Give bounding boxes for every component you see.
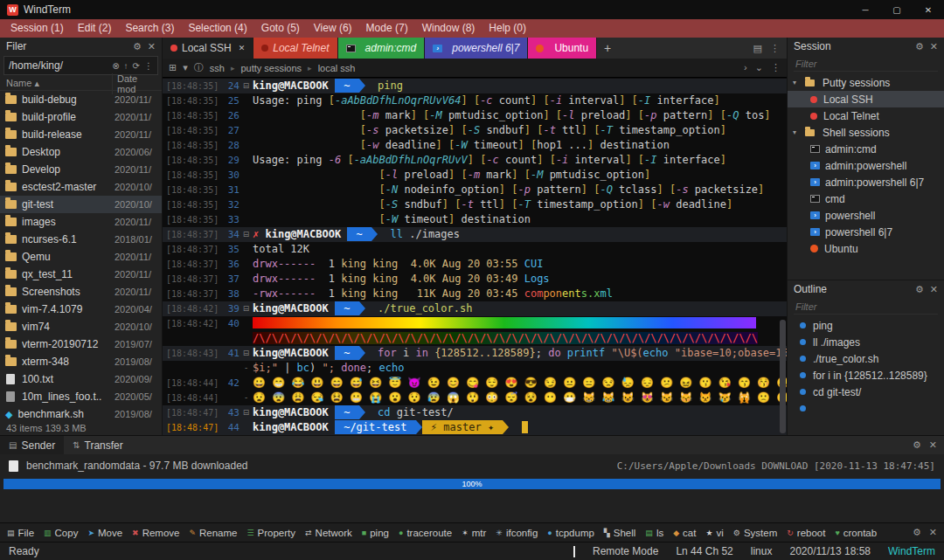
gear-icon[interactable]: ⚙ [915, 284, 924, 295]
close-button[interactable]: ✕ [913, 0, 944, 19]
menu-search-3[interactable]: Search (3) [118, 19, 181, 38]
menu-edit-2[interactable]: Edit (2) [71, 19, 119, 38]
menu-window-8[interactable]: Window (8) [415, 19, 482, 38]
session-item-cmd[interactable]: cmd [788, 190, 944, 207]
fold-marker-icon[interactable]: - [239, 391, 253, 405]
toolbar-traceroute[interactable]: ●traceroute [399, 528, 452, 538]
caret-down-icon[interactable]: ▾ [793, 128, 802, 136]
file-row-screenshots[interactable]: Screenshots2020/11/ [0, 283, 162, 301]
session-filter-input[interactable]: Filter [794, 56, 938, 72]
toolbar-remove[interactable]: ✖Remove [132, 528, 179, 538]
tab-admin-cmd[interactable]: admin:cmd [338, 38, 426, 59]
close-icon[interactable]: ✕ [148, 41, 156, 52]
close-icon[interactable]: ✕ [929, 439, 937, 451]
file-row-build-debug[interactable]: build-debug2020/11/ [0, 91, 162, 108]
toolbar-copy[interactable]: ▥Copy [44, 528, 78, 538]
info-icon[interactable]: ⓘ [194, 61, 204, 74]
sender-tab-transfer[interactable]: ⇅Transfer [64, 436, 132, 454]
tab-local-telnet[interactable]: Local Telnet [253, 38, 337, 59]
chevron-down-icon[interactable]: ⌄ [755, 62, 763, 73]
more-icon[interactable]: ⋮ [770, 43, 780, 54]
session-item-ubuntu[interactable]: Ubuntu [788, 240, 944, 257]
toolbar-reboot[interactable]: ↻reboot [787, 528, 825, 538]
toolbar-network[interactable]: ⇄Network [305, 528, 352, 538]
file-row-100-txt[interactable]: 100.txt2020/09/ [0, 370, 162, 388]
caret-down-icon[interactable]: ▾ [793, 79, 802, 86]
file-row-qx-test-11[interactable]: qx_test_112020/11/ [0, 266, 162, 283]
session-item-admin-powershell[interactable]: admin:powershell [788, 157, 944, 174]
outline-item-cd-git-test[interactable]: cd git-test/ [788, 384, 944, 400]
breadcrumb-ssh[interactable]: ssh [210, 63, 225, 73]
close-icon[interactable]: ✕ [929, 527, 937, 538]
tabs-list-icon[interactable]: ▤ [753, 43, 762, 54]
new-tab-button[interactable]: + [597, 38, 618, 59]
toolbar-mtr[interactable]: ✶mtr [462, 528, 486, 538]
gear-icon[interactable]: ⚙ [915, 41, 924, 52]
file-row-ncurses-6-1[interactable]: ncurses-6.12018/01/ [0, 231, 162, 248]
file-row-xterm-348[interactable]: xterm-3482019/08/ [0, 353, 162, 370]
session-item-local-telnet[interactable]: Local Telnet [788, 107, 944, 124]
toolbar-shell[interactable]: ▚Shell [604, 528, 636, 538]
tab-powershell-6-7[interactable]: powershell 6|7 [425, 38, 528, 59]
toolbar-ifconfig[interactable]: ✳ifconfig [496, 528, 538, 538]
toolbar-property[interactable]: ☰Property [246, 528, 295, 538]
toolbar-vi[interactable]: ★vi [705, 528, 723, 538]
gear-icon[interactable]: ⚙ [133, 41, 142, 52]
outline-item-true-color-sh[interactable]: ./true_color.sh [788, 350, 944, 367]
file-row-develop[interactable]: Develop2020/11/ [0, 161, 162, 178]
session-group-putty-sessions[interactable]: ▾Putty sessions [788, 74, 944, 91]
sender-tab-sender[interactable]: ▤Sender [0, 436, 64, 454]
fold-marker-icon[interactable]: - [239, 361, 253, 376]
toolbar-cat[interactable]: ◆cat [673, 528, 696, 538]
close-icon[interactable]: ✕ [930, 284, 938, 295]
refresh-icon[interactable]: ⟳ [133, 61, 140, 71]
outline-filter-input[interactable]: Filter [794, 299, 938, 315]
file-row-vim74[interactable]: vim742020/10/ [0, 318, 162, 335]
file-row-images[interactable]: images2020/11/ [0, 213, 162, 231]
toolbar-file[interactable]: ▤File [7, 528, 34, 538]
new-tab-icon[interactable]: ⊞ [169, 62, 177, 73]
fold-marker-icon[interactable]: ⊟ [239, 79, 253, 93]
file-row-git-test[interactable]: git-test2020/10/ [0, 196, 162, 213]
menu-selection-4[interactable]: Selection (4) [181, 19, 253, 38]
file-row-benchmark-sh[interactable]: benchmark.sh2019/08/ [0, 405, 162, 420]
maximize-button[interactable]: ▢ [881, 0, 913, 19]
file-row-vim-7-4-1079[interactable]: vim-7.4.10792020/04/ [0, 301, 162, 318]
terminal-scrollbar[interactable] [780, 78, 786, 435]
session-group-shell-sessions[interactable]: ▾Shell sessions [788, 124, 944, 141]
session-item-admin-cmd[interactable]: admin:cmd [788, 141, 944, 157]
toolbar-system[interactable]: ⚙System [733, 528, 777, 538]
menu-mode-7[interactable]: Mode (7) [359, 19, 415, 38]
tab-close-icon[interactable]: ✕ [239, 44, 246, 52]
session-item-admin-powershell-6-7[interactable]: admin:powershell 6|7 [788, 174, 944, 190]
fold-marker-icon[interactable]: ⊟ [239, 346, 253, 361]
outline-item-empty[interactable] [788, 400, 944, 417]
tab-local-ssh[interactable]: Local SSH✕ [163, 38, 253, 59]
menu-help-0[interactable]: Help (0) [482, 19, 533, 38]
more-icon[interactable]: ⋮ [144, 61, 153, 71]
file-row-vterm-20190712[interactable]: vterm-201907122019/07/ [0, 335, 162, 353]
toolbar-move[interactable]: ➤Move [87, 528, 122, 538]
outline-item-ll-images[interactable]: ll ./images [788, 334, 944, 350]
file-row-qemu[interactable]: Qemu2020/11/ [0, 248, 162, 266]
toolbar-ls[interactable]: ▤ls [645, 528, 663, 538]
fold-marker-icon[interactable]: ⊟ [239, 227, 253, 242]
file-row-10m-lines-foo-t[interactable]: 10m_lines_foo.t..2020/05/ [0, 388, 162, 405]
menu-goto-5[interactable]: Goto (5) [254, 19, 307, 38]
breadcrumb-putty-sessions[interactable]: putty sessions [240, 63, 302, 73]
scrollbar-thumb[interactable] [780, 320, 786, 433]
outline-item-ping[interactable]: ping [788, 317, 944, 334]
session-item-powershell[interactable]: powershell [788, 207, 944, 224]
file-row-desktop[interactable]: Desktop2020/06/ [0, 143, 162, 161]
session-item-local-ssh[interactable]: Local SSH [788, 91, 944, 107]
toolbar-ping[interactable]: ■ping [362, 528, 389, 538]
up-icon[interactable]: ↑ [124, 61, 128, 71]
gear-icon[interactable]: ⚙ [913, 527, 921, 538]
menu-view-6[interactable]: View (6) [307, 19, 359, 38]
minimize-button[interactable]: ─ [850, 0, 881, 19]
file-row-esctest2-master[interactable]: esctest2-master2020/10/ [0, 178, 162, 196]
filer-path[interactable]: /home/king/ [9, 59, 108, 72]
menu-session-1[interactable]: Session (1) [3, 19, 71, 38]
toolbar-tcpdump[interactable]: ●tcpdump [547, 528, 594, 538]
chevron-right-icon[interactable]: › [744, 62, 747, 73]
